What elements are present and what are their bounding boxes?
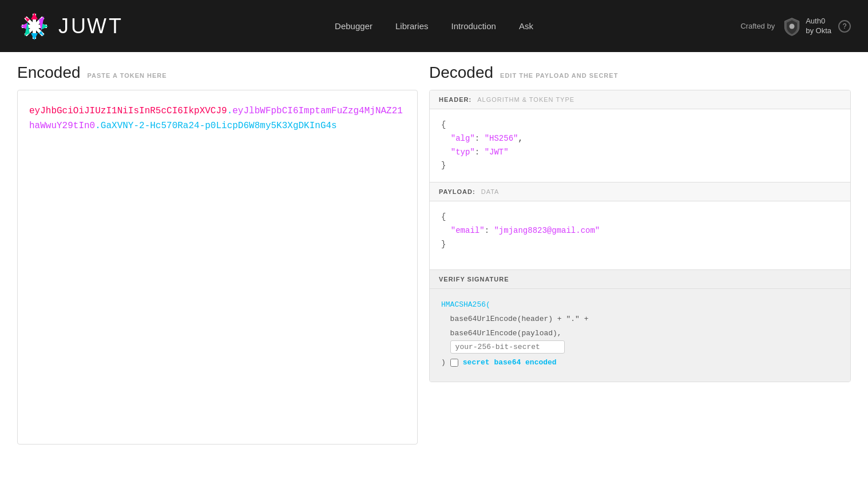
verify-section-body: HMACSHA256( base64UrlEncode(header) + ".… (430, 289, 850, 381)
decoded-panel: Decoded EDIT THE PAYLOAD AND SECRET HEAD… (429, 64, 851, 473)
secret-base64-checkbox[interactable] (450, 359, 458, 367)
decoded-sections: HEADER: ALGORITHM & TOKEN TYPE { "alg": … (429, 90, 851, 382)
header-sublabel: ALGORITHM & TOKEN TYPE (477, 96, 574, 103)
encoded-header: Encoded PASTE A TOKEN HERE (17, 64, 418, 82)
secret-row: ) secret base64 encoded (441, 356, 839, 370)
nav-libraries[interactable]: Libraries (395, 21, 429, 31)
secret-base64-label: secret base64 encoded (463, 356, 557, 370)
secret-input[interactable] (450, 340, 565, 354)
close-paren: ) (441, 356, 446, 370)
verify-section-bar: VERIFY SIGNATURE (430, 270, 850, 289)
header-typ-key: "typ" (451, 148, 475, 157)
payload-email-value: "jmjang8823@gmail.com" (494, 226, 600, 235)
encoded-token-box[interactable]: eyJhbGciOiJIUzI1NiIsInR5cCI6IkpXVCJ9.eyJ… (17, 90, 418, 445)
payload-open-brace: { (441, 212, 446, 221)
nav-ask[interactable]: Ask (519, 21, 533, 31)
decoded-header: Decoded EDIT THE PAYLOAD AND SECRET (429, 64, 851, 82)
payload-section-bar: PAYLOAD: DATA (430, 183, 850, 201)
header-open-brace: { (441, 120, 446, 129)
svg-point-13 (790, 23, 795, 29)
header-alg-value: "HS256" (485, 134, 518, 143)
auth0-text: Auth0 by Okta (806, 17, 831, 36)
decoded-title: Decoded (429, 64, 493, 82)
logo-area: JUWT (17, 9, 124, 43)
payload-close-brace: } (441, 240, 446, 249)
encoded-subtitle: PASTE A TOKEN HERE (88, 72, 167, 79)
verify-label: VERIFY SIGNATURE (439, 276, 509, 283)
token-header: eyJhbGciOiJIUzI1NiIsInR5cCI6IkpXVCJ9 (29, 106, 227, 116)
verify-fn-name: HMACSHA256( (441, 300, 490, 309)
jwt-logo-icon (17, 9, 51, 43)
token-dot-2: . (95, 121, 101, 131)
payload-label: PAYLOAD: (439, 188, 475, 195)
svg-marker-5 (31, 33, 38, 40)
crafted-by-label: Crafted by (740, 22, 775, 30)
svg-marker-4 (31, 13, 38, 19)
header-section-body[interactable]: { "alg": "HS256", "typ": "JWT" } (430, 109, 850, 183)
payload-section-body[interactable]: { "email": "jmjang8823@gmail.com" } (430, 201, 850, 270)
logo-text: JUWT (58, 14, 124, 38)
help-button[interactable]: ? (838, 20, 851, 33)
header-alg-colon: : (475, 134, 485, 143)
token-dot-1: . (227, 106, 233, 116)
verify-line2: base64UrlEncode(payload), (450, 329, 562, 338)
payload-email-key: "email" (451, 226, 485, 235)
payload-sublabel: DATA (481, 188, 500, 195)
payload-email-colon: : (485, 226, 494, 235)
header-typ-value: "JWT" (485, 148, 509, 157)
auth0-icon (782, 16, 802, 37)
header-close-brace: } (441, 161, 446, 170)
encoded-title: Encoded (17, 64, 81, 82)
encoded-panel: Encoded PASTE A TOKEN HERE eyJhbGciOiJIU… (17, 64, 418, 473)
header-alg-key: "alg" (451, 134, 475, 143)
nav-debugger[interactable]: Debugger (335, 21, 372, 31)
verify-line1: base64UrlEncode(header) + "." + (450, 315, 589, 323)
header-section-bar: HEADER: ALGORITHM & TOKEN TYPE (430, 90, 850, 109)
header-label: HEADER: (439, 96, 471, 103)
navbar-right: Crafted by Auth0 by Okta ? (740, 16, 851, 37)
token-signature: GaXVNY-2-Hc570Ra24-p0LicpD6W8my5K3XgDKIn… (101, 121, 337, 131)
auth0-logo: Auth0 by Okta (782, 16, 831, 37)
navbar: JUWT Debugger Libraries Introduction Ask… (0, 0, 868, 52)
header-typ-colon: : (475, 148, 485, 157)
decoded-subtitle: EDIT THE PAYLOAD AND SECRET (500, 72, 618, 79)
nav-links: Debugger Libraries Introduction Ask (335, 21, 533, 31)
nav-introduction[interactable]: Introduction (451, 21, 496, 31)
main-content: Encoded PASTE A TOKEN HERE eyJhbGciOiJIU… (0, 52, 868, 484)
